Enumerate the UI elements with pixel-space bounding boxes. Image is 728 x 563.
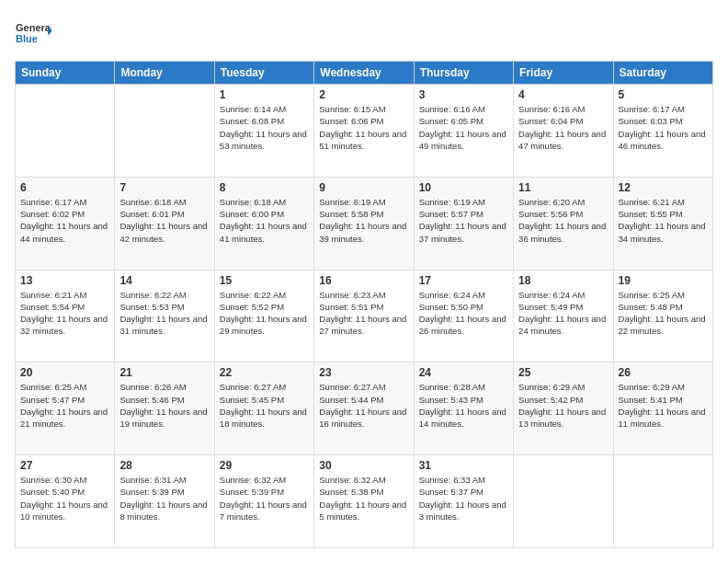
cell-text: Sunrise: 6:29 AMSunset: 5:41 PMDaylight:… [619,382,706,429]
cell-text: Sunrise: 6:21 AMSunset: 5:55 PMDaylight:… [619,197,706,244]
day-number: 19 [619,274,708,287]
day-number: 1 [220,88,309,101]
day-number: 12 [619,181,708,194]
day-number: 9 [319,181,408,194]
calendar-week-row: 13 Sunrise: 6:21 AMSunset: 5:54 PMDaylig… [16,270,713,362]
cell-text: Sunrise: 6:21 AMSunset: 5:54 PMDaylight:… [20,290,108,337]
day-number: 8 [220,181,309,194]
calendar-cell: 26 Sunrise: 6:29 AMSunset: 5:41 PMDaylig… [613,362,712,455]
calendar-cell: 28 Sunrise: 6:31 AMSunset: 5:39 PMDaylig… [115,455,214,548]
day-number: 6 [20,181,109,194]
calendar-cell [613,455,712,548]
svg-text:General: General [16,22,51,33]
calendar-cell: 14 Sunrise: 6:22 AMSunset: 5:53 PMDaylig… [115,270,214,362]
calendar-cell: 29 Sunrise: 6:32 AMSunset: 5:39 PMDaylig… [214,455,313,548]
day-number: 16 [319,274,408,287]
cell-text: Sunrise: 6:32 AMSunset: 5:39 PMDaylight:… [220,475,307,522]
calendar-week-row: 20 Sunrise: 6:25 AMSunset: 5:47 PMDaylig… [16,362,713,455]
cell-text: Sunrise: 6:24 AMSunset: 5:49 PMDaylight:… [518,290,606,337]
cell-text: Sunrise: 6:25 AMSunset: 5:48 PMDaylight:… [619,290,706,337]
day-number: 13 [20,274,109,287]
cell-text: Sunrise: 6:16 AMSunset: 6:04 PMDaylight:… [518,104,606,151]
logo-svg: General Blue [15,15,51,52]
calendar-cell: 27 Sunrise: 6:30 AMSunset: 5:40 PMDaylig… [16,455,115,548]
calendar-cell: 19 Sunrise: 6:25 AMSunset: 5:48 PMDaylig… [613,270,712,362]
cell-text: Sunrise: 6:31 AMSunset: 5:39 PMDaylight:… [119,475,207,522]
day-number: 5 [619,88,708,101]
cell-text: Sunrise: 6:15 AMSunset: 6:06 PMDaylight:… [319,104,406,151]
day-number: 18 [518,274,608,287]
calendar-cell: 6 Sunrise: 6:17 AMSunset: 6:02 PMDayligh… [16,177,115,270]
day-number: 25 [518,366,608,379]
calendar-day-header: Wednesday [314,62,414,85]
cell-text: Sunrise: 6:28 AMSunset: 5:43 PMDaylight:… [419,382,506,429]
calendar-cell: 7 Sunrise: 6:18 AMSunset: 6:01 PMDayligh… [115,177,214,270]
calendar-cell: 30 Sunrise: 6:32 AMSunset: 5:38 PMDaylig… [314,455,414,548]
day-number: 28 [119,459,209,472]
day-number: 23 [319,366,408,379]
day-number: 2 [319,88,408,101]
day-number: 20 [20,366,109,379]
calendar-cell [16,85,115,178]
day-number: 22 [220,366,309,379]
calendar-week-row: 6 Sunrise: 6:17 AMSunset: 6:02 PMDayligh… [16,177,713,270]
calendar-cell [115,85,214,178]
calendar-cell: 24 Sunrise: 6:28 AMSunset: 5:43 PMDaylig… [414,362,513,455]
calendar-cell: 3 Sunrise: 6:16 AMSunset: 6:05 PMDayligh… [414,85,513,178]
cell-text: Sunrise: 6:19 AMSunset: 5:58 PMDaylight:… [319,197,406,244]
day-number: 11 [518,181,608,194]
calendar-cell: 9 Sunrise: 6:19 AMSunset: 5:58 PMDayligh… [314,177,414,270]
cell-text: Sunrise: 6:17 AMSunset: 6:02 PMDaylight:… [20,197,108,244]
calendar-cell [514,455,613,548]
day-number: 14 [119,274,209,287]
calendar-cell: 22 Sunrise: 6:27 AMSunset: 5:45 PMDaylig… [214,362,313,455]
day-number: 29 [220,459,309,472]
cell-text: Sunrise: 6:25 AMSunset: 5:47 PMDaylight:… [20,382,108,429]
day-number: 4 [518,88,608,101]
calendar-day-header: Thursday [414,62,513,85]
calendar-cell: 25 Sunrise: 6:29 AMSunset: 5:42 PMDaylig… [514,362,613,455]
cell-text: Sunrise: 6:33 AMSunset: 5:37 PMDaylight:… [419,475,506,522]
day-number: 27 [20,459,109,472]
cell-text: Sunrise: 6:29 AMSunset: 5:42 PMDaylight:… [518,382,606,429]
calendar-cell: 1 Sunrise: 6:14 AMSunset: 6:08 PMDayligh… [214,85,313,178]
cell-text: Sunrise: 6:24 AMSunset: 5:50 PMDaylight:… [419,290,506,337]
calendar-cell: 11 Sunrise: 6:20 AMSunset: 5:56 PMDaylig… [514,177,613,270]
calendar-day-header: Friday [514,62,613,85]
day-number: 24 [419,366,508,379]
cell-text: Sunrise: 6:26 AMSunset: 5:46 PMDaylight:… [119,382,207,429]
calendar-cell: 31 Sunrise: 6:33 AMSunset: 5:37 PMDaylig… [414,455,513,548]
calendar-body: 1 Sunrise: 6:14 AMSunset: 6:08 PMDayligh… [16,85,713,548]
cell-text: Sunrise: 6:19 AMSunset: 5:57 PMDaylight:… [419,197,506,244]
svg-text:Blue: Blue [16,33,38,44]
calendar-cell: 18 Sunrise: 6:24 AMSunset: 5:49 PMDaylig… [514,270,613,362]
calendar-cell: 5 Sunrise: 6:17 AMSunset: 6:03 PMDayligh… [613,85,712,178]
calendar-day-header: Tuesday [214,62,313,85]
logo: General Blue [15,15,51,52]
calendar-header-row: SundayMondayTuesdayWednesdayThursdayFrid… [16,62,713,85]
calendar-cell: 10 Sunrise: 6:19 AMSunset: 5:57 PMDaylig… [414,177,513,270]
day-number: 17 [419,274,508,287]
calendar-cell: 20 Sunrise: 6:25 AMSunset: 5:47 PMDaylig… [16,362,115,455]
calendar-day-header: Monday [115,62,214,85]
calendar-cell: 12 Sunrise: 6:21 AMSunset: 5:55 PMDaylig… [613,177,712,270]
calendar-cell: 4 Sunrise: 6:16 AMSunset: 6:04 PMDayligh… [514,85,613,178]
cell-text: Sunrise: 6:32 AMSunset: 5:38 PMDaylight:… [319,475,406,522]
day-number: 15 [220,274,309,287]
calendar-cell: 23 Sunrise: 6:27 AMSunset: 5:44 PMDaylig… [314,362,414,455]
cell-text: Sunrise: 6:22 AMSunset: 5:52 PMDaylight:… [220,290,307,337]
cell-text: Sunrise: 6:18 AMSunset: 6:01 PMDaylight:… [119,197,207,244]
calendar-week-row: 27 Sunrise: 6:30 AMSunset: 5:40 PMDaylig… [16,455,713,548]
day-number: 21 [119,366,209,379]
cell-text: Sunrise: 6:20 AMSunset: 5:56 PMDaylight:… [518,197,606,244]
page: General Blue SundayMondayTuesdayWednesda… [0,0,728,563]
calendar-cell: 21 Sunrise: 6:26 AMSunset: 5:46 PMDaylig… [115,362,214,455]
calendar-cell: 16 Sunrise: 6:23 AMSunset: 5:51 PMDaylig… [314,270,414,362]
cell-text: Sunrise: 6:30 AMSunset: 5:40 PMDaylight:… [20,475,108,522]
day-number: 30 [319,459,408,472]
calendar-cell: 8 Sunrise: 6:18 AMSunset: 6:00 PMDayligh… [214,177,313,270]
calendar-table: SundayMondayTuesdayWednesdayThursdayFrid… [15,61,713,548]
calendar-day-header: Sunday [16,62,115,85]
day-number: 26 [619,366,708,379]
cell-text: Sunrise: 6:22 AMSunset: 5:53 PMDaylight:… [119,290,207,337]
